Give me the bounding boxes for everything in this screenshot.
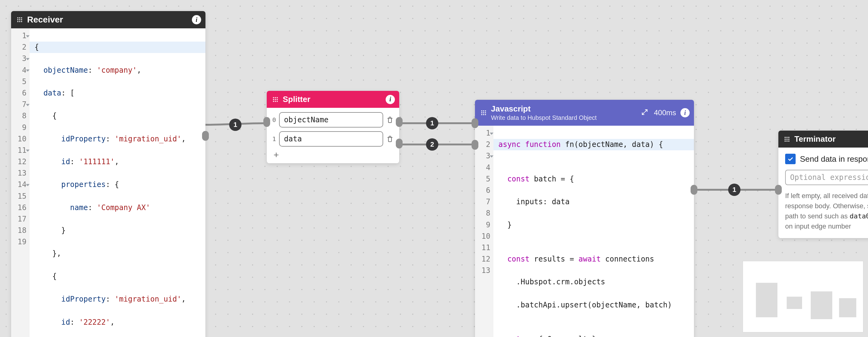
input-port[interactable] xyxy=(775,185,782,195)
svg-point-5 xyxy=(21,19,22,20)
javascript-subtitle: Write data to Hubspot Standard Object xyxy=(491,114,597,121)
svg-point-24 xyxy=(481,114,483,115)
drag-handle-icon[interactable] xyxy=(272,96,278,102)
svg-point-3 xyxy=(17,19,19,20)
svg-point-17 xyxy=(277,101,278,102)
svg-point-25 xyxy=(483,114,484,115)
add-row-button[interactable]: + xyxy=(272,150,394,159)
receiver-title: Receiver xyxy=(27,15,63,25)
input-port[interactable] xyxy=(264,117,270,127)
javascript-header[interactable]: Javascript Write data to Hubspot Standar… xyxy=(475,100,694,126)
splitter-header[interactable]: Splitter i xyxy=(267,91,399,108)
terminator-body: Send data in response If left empty, all… xyxy=(778,148,868,238)
svg-point-8 xyxy=(21,21,22,22)
svg-point-9 xyxy=(273,97,274,98)
edge-badge: 1 xyxy=(229,119,242,131)
edge-badge: 2 xyxy=(426,138,438,151)
svg-point-31 xyxy=(786,139,787,140)
info-icon[interactable]: i xyxy=(192,15,201,24)
svg-point-13 xyxy=(275,99,276,100)
expand-icon[interactable] xyxy=(641,109,648,117)
svg-point-12 xyxy=(273,99,274,100)
svg-point-26 xyxy=(485,114,486,115)
edge-badge: 1 xyxy=(426,117,438,129)
info-icon[interactable]: i xyxy=(385,95,395,104)
svg-point-11 xyxy=(277,97,278,98)
splitter-row: 0 xyxy=(272,112,394,127)
edge-badge: 1 xyxy=(728,184,741,196)
minimap[interactable] xyxy=(743,261,863,332)
splitter-field-1[interactable] xyxy=(279,131,383,147)
svg-point-4 xyxy=(19,19,20,20)
receiver-code[interactable]: { objectName: 'company', data: [ { idPro… xyxy=(30,28,206,337)
minimap-node xyxy=(811,292,832,319)
svg-point-22 xyxy=(483,112,484,113)
minimap-node xyxy=(839,298,856,317)
javascript-code[interactable]: async function fn(objectName, data) { co… xyxy=(493,126,694,337)
row-index: 0 xyxy=(272,116,276,124)
expression-input[interactable] xyxy=(785,170,868,185)
svg-point-28 xyxy=(786,137,787,138)
svg-point-0 xyxy=(17,17,19,19)
output-port[interactable] xyxy=(690,185,698,195)
splitter-title: Splitter xyxy=(283,95,310,104)
row-index: 1 xyxy=(272,135,276,143)
send-data-checkbox[interactable] xyxy=(785,154,796,164)
info-icon[interactable]: i xyxy=(680,108,690,117)
terminator-title: Terminator xyxy=(795,134,836,144)
svg-point-6 xyxy=(17,21,19,22)
terminator-hint: If left empty, all received data will be… xyxy=(785,191,868,231)
svg-point-27 xyxy=(784,137,786,138)
svg-point-29 xyxy=(788,137,789,138)
svg-point-18 xyxy=(481,110,483,112)
timing-label: 400ms xyxy=(654,109,676,117)
svg-point-20 xyxy=(485,110,486,112)
drag-handle-icon[interactable] xyxy=(480,110,487,116)
svg-point-10 xyxy=(275,97,276,98)
terminator-header[interactable]: Terminator i xyxy=(778,131,868,148)
send-data-label: Send data in response xyxy=(800,154,868,164)
receiver-editor[interactable]: 1 2 3 4 5 6 7 8 9 10 11 12 13 14 15 16 1… xyxy=(11,28,206,337)
output-port[interactable] xyxy=(202,131,209,141)
trash-icon[interactable] xyxy=(386,134,394,143)
svg-point-21 xyxy=(481,112,483,113)
svg-point-14 xyxy=(277,99,278,100)
svg-point-23 xyxy=(485,112,486,113)
minimap-node xyxy=(787,297,802,309)
terminator-node: Terminator i Send data in response If le… xyxy=(778,131,868,238)
svg-point-16 xyxy=(275,101,276,102)
svg-point-7 xyxy=(19,21,20,22)
svg-point-1 xyxy=(19,17,20,19)
svg-point-30 xyxy=(784,139,786,140)
svg-point-19 xyxy=(483,110,484,112)
minimap-node xyxy=(756,283,777,317)
output-port-0[interactable] xyxy=(396,117,403,127)
javascript-title: Javascript xyxy=(491,104,597,114)
receiver-node: Receiver i 1 2 3 4 5 6 7 8 9 10 11 12 13… xyxy=(11,11,206,337)
splitter-field-0[interactable] xyxy=(279,112,383,127)
trash-icon[interactable] xyxy=(386,116,394,124)
line-gutter: 1 2 3 4 5 6 7 8 9 10 11 12 13 xyxy=(475,126,493,337)
svg-point-34 xyxy=(786,141,787,142)
svg-point-33 xyxy=(784,141,786,142)
receiver-header[interactable]: Receiver i xyxy=(11,11,206,28)
input-port-0[interactable] xyxy=(472,118,478,128)
send-data-checkbox-row: Send data in response xyxy=(785,154,868,164)
splitter-node: Splitter i 0 1 + xyxy=(267,91,399,163)
input-port-1[interactable] xyxy=(472,140,478,150)
drag-handle-icon[interactable] xyxy=(784,136,790,142)
javascript-editor[interactable]: 1 2 3 4 5 6 7 8 9 10 11 12 13 async func… xyxy=(475,126,694,337)
splitter-body: 0 1 + xyxy=(267,108,399,163)
drag-handle-icon[interactable] xyxy=(17,17,23,23)
svg-point-35 xyxy=(788,141,789,142)
svg-point-32 xyxy=(788,139,789,140)
splitter-row: 1 xyxy=(272,131,394,147)
line-gutter: 1 2 3 4 5 6 7 8 9 10 11 12 13 14 15 16 1… xyxy=(11,28,30,337)
output-port-1[interactable] xyxy=(396,139,403,149)
svg-point-15 xyxy=(273,101,274,102)
javascript-node: Javascript Write data to Hubspot Standar… xyxy=(475,100,694,337)
svg-point-2 xyxy=(21,17,22,19)
